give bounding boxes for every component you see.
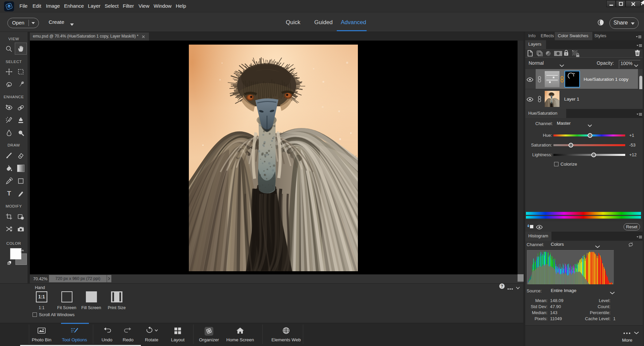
svg-text:?: ? — [501, 284, 503, 289]
